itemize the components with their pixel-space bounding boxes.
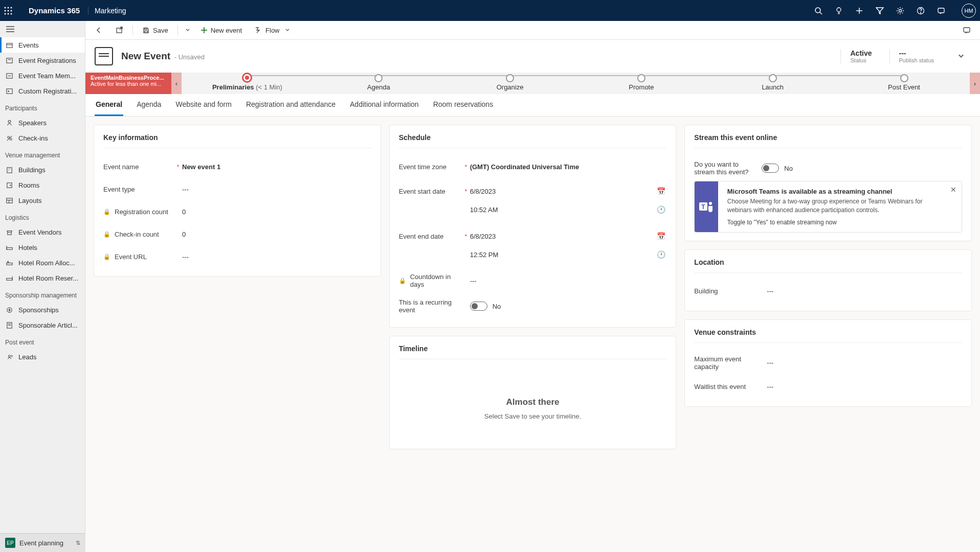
svg-point-31 xyxy=(8,90,9,91)
sidebar-item-sponsorships[interactable]: Sponsorships xyxy=(0,302,85,317)
field-event-name[interactable]: Event name * New event 1 xyxy=(103,155,371,178)
sidebar-item-speakers[interactable]: Speakers xyxy=(0,115,85,130)
status-value: Active xyxy=(850,49,872,57)
bpf-stage-launch[interactable]: Launch xyxy=(707,76,838,91)
tab-room[interactable]: Room reservations xyxy=(432,94,495,116)
share-icon[interactable] xyxy=(957,23,976,37)
record-header: New Event - Unsaved Active Status --- Pu… xyxy=(85,40,980,73)
tab-registration[interactable]: Registration and attendance xyxy=(245,94,337,116)
filter-icon[interactable] xyxy=(876,7,896,15)
save-button[interactable]: Save xyxy=(137,24,173,37)
svg-point-0 xyxy=(5,7,6,8)
sidebar-item-event-registrations[interactable]: Event Registrations xyxy=(0,53,85,68)
bpf-stage-agenda[interactable]: Agenda xyxy=(313,76,444,91)
publish-status-field[interactable]: --- Publish status xyxy=(889,49,943,63)
sidebar-item-hotel-alloc[interactable]: Hotel Room Alloc... xyxy=(0,255,85,270)
card-title: Timeline xyxy=(399,344,667,356)
brand-name[interactable]: Dynamics 365 xyxy=(25,6,84,15)
svg-point-3 xyxy=(5,10,6,11)
stream-toggle[interactable]: No xyxy=(762,164,793,173)
search-icon[interactable] xyxy=(814,7,835,15)
flow-button[interactable]: Flow xyxy=(249,23,295,37)
field-event-type[interactable]: Event type --- xyxy=(103,178,371,200)
app-name[interactable]: Marketing xyxy=(88,7,132,15)
plus-icon[interactable] xyxy=(855,7,876,15)
back-button[interactable] xyxy=(90,23,108,37)
gear-icon[interactable] xyxy=(896,7,917,15)
reserv-icon xyxy=(5,274,13,282)
field-stream-toggle[interactable]: Do you want to stream this event? No xyxy=(694,155,962,181)
card-venue-constraints: Venue constraints Maximum event capacity… xyxy=(684,319,972,407)
sidebar-item-sponsorable-articles[interactable]: Sponsorable Articl... xyxy=(0,317,85,333)
bpf-stage-preliminaries[interactable]: Preliminaries (< 1 Min) xyxy=(182,76,313,91)
bpf-prev-icon[interactable]: ‹ xyxy=(171,73,182,94)
sidebar-item-event-team-members[interactable]: Event Team Mem... xyxy=(0,68,85,83)
recurring-toggle[interactable]: No xyxy=(470,302,501,311)
sidebar-toggle-icon[interactable] xyxy=(0,21,85,37)
calendar-icon[interactable]: 📅 xyxy=(657,232,665,240)
new-event-label: New event xyxy=(211,27,242,34)
field-recurring[interactable]: This is a recurring event No xyxy=(399,293,667,319)
sidebar-item-events[interactable]: Events xyxy=(0,37,85,53)
events-icon xyxy=(5,41,13,49)
field-start-date[interactable]: Event start date * 6/8/2023📅 xyxy=(399,178,667,200)
form-tabs: General Agenda Website and form Registra… xyxy=(85,94,980,117)
sidebar-item-checkins[interactable]: Check-ins xyxy=(0,130,85,146)
sidebar-item-event-vendors[interactable]: Event Vendors xyxy=(0,224,85,240)
sidebar-item-layouts[interactable]: Layouts xyxy=(0,193,85,208)
field-timezone[interactable]: Event time zone * (GMT) Coordinated Univ… xyxy=(399,155,667,178)
sidebar-item-rooms[interactable]: Rooms xyxy=(0,177,85,193)
lightbulb-icon[interactable] xyxy=(835,7,855,15)
user-avatar[interactable]: HM xyxy=(962,4,976,18)
tab-general[interactable]: General xyxy=(95,94,123,116)
new-event-button[interactable]: New event xyxy=(195,24,247,37)
sidebar-item-hotel-reserv[interactable]: Hotel Room Reser... xyxy=(0,270,85,286)
open-new-window-icon[interactable] xyxy=(110,23,128,37)
svg-point-9 xyxy=(815,8,820,13)
section-venue: Venue management xyxy=(0,146,85,162)
sidebar-item-label: Hotel Room Alloc... xyxy=(18,259,75,267)
form-body: Key information Event name * New event 1… xyxy=(85,117,980,552)
speaker-icon xyxy=(5,119,13,127)
svg-point-2 xyxy=(11,7,12,8)
app-launcher-icon[interactable] xyxy=(4,7,25,15)
status-field[interactable]: Active Status xyxy=(840,49,881,63)
header-expand-icon[interactable] xyxy=(951,53,971,60)
tab-additional[interactable]: Additional information xyxy=(349,94,420,116)
bpf-stage-organize[interactable]: Organize xyxy=(444,76,576,91)
bpf-next-icon[interactable]: › xyxy=(970,73,980,94)
sidebar-item-buildings[interactable]: Buildings xyxy=(0,162,85,177)
field-end-date[interactable]: Event end date * 6/8/2023📅 xyxy=(399,223,667,245)
sidebar-item-custom-registration[interactable]: Custom Registrati... xyxy=(0,83,85,99)
svg-point-33 xyxy=(7,136,9,138)
bpf-info-panel[interactable]: EventMainBusinessProce... Active for les… xyxy=(85,73,171,94)
sidebar-item-label: Events xyxy=(18,41,39,49)
svg-point-19 xyxy=(921,12,921,13)
clock-icon[interactable]: 🕐 xyxy=(657,250,665,259)
assistant-icon[interactable] xyxy=(937,7,957,15)
banner-close-icon[interactable]: ✕ xyxy=(950,186,956,194)
teams-banner: T Microsoft Teams is available as a stre… xyxy=(694,181,962,233)
lock-icon: 🔒 xyxy=(399,278,406,284)
building-icon xyxy=(5,166,13,174)
clock-icon[interactable]: 🕐 xyxy=(657,205,665,214)
sidebar-item-label: Event Registrations xyxy=(18,57,76,64)
field-end-time[interactable]: 12:52 PM🕐 xyxy=(399,245,667,268)
help-icon[interactable] xyxy=(917,7,937,15)
tab-website[interactable]: Website and form xyxy=(174,94,232,116)
tab-agenda[interactable]: Agenda xyxy=(136,94,162,116)
sidebar-item-leads[interactable]: Leads xyxy=(0,349,85,364)
sidebar-item-hotels[interactable]: Hotels xyxy=(0,240,85,255)
field-max-capacity[interactable]: Maximum event capacity --- xyxy=(694,350,962,376)
team-icon xyxy=(5,72,13,80)
field-countdown: 🔒Countdown in days --- xyxy=(399,268,667,293)
field-waitlist[interactable]: Waitlist this event --- xyxy=(694,376,962,398)
bpf-stages: Preliminaries (< 1 Min) Agenda Organize … xyxy=(182,73,970,94)
save-dropdown[interactable] xyxy=(182,28,193,33)
area-switcher[interactable]: EP Event planning ⇅ xyxy=(0,533,85,552)
calendar-icon[interactable]: 📅 xyxy=(657,187,665,195)
bpf-stage-promote[interactable]: Promote xyxy=(575,76,707,91)
field-start-time[interactable]: 10:52 AM🕐 xyxy=(399,200,667,223)
bpf-stage-post-event[interactable]: Post Event xyxy=(838,76,970,91)
field-building[interactable]: Building --- xyxy=(694,280,962,303)
